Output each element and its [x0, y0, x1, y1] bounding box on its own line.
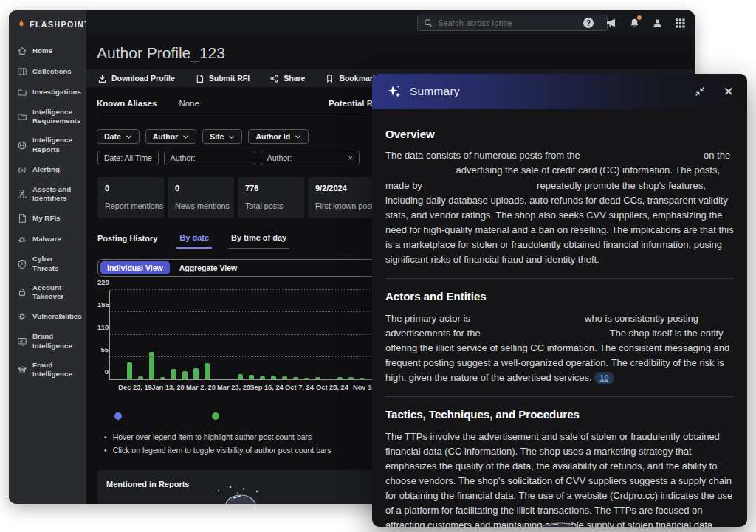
chart-bar[interactable]	[160, 377, 165, 379]
sidebar: FLASHPOINT HomeCollectionsInvestigations…	[9, 10, 86, 504]
download-profile-button[interactable]: Download Profile	[97, 74, 175, 83]
chart-bar[interactable]	[127, 362, 132, 379]
submit-rfi-button[interactable]: Submit RFI	[195, 74, 250, 83]
known-aliases-label: Known Aliases	[97, 99, 157, 108]
chart-bar[interactable]	[315, 377, 320, 379]
stat-card-total-posts[interactable]: 776Total posts	[238, 177, 304, 218]
stat-card-report-mentions[interactable]: 0Report mentions	[97, 177, 164, 218]
chart-bar[interactable]	[282, 376, 287, 379]
filter-dropdown-site[interactable]: Site	[202, 129, 242, 144]
posting-history-chart: 055110165220Dec 23, 19Jan 13, 20Mar 2, 2…	[98, 286, 380, 395]
sidebar-item-collections[interactable]: Collections	[17, 66, 80, 77]
tab-by-date[interactable]: By date	[176, 233, 212, 249]
doc-small-icon	[195, 74, 205, 83]
megaphone-icon[interactable]	[605, 17, 617, 29]
chip-remove-icon[interactable]: ×	[348, 153, 353, 162]
sidebar-item-account-takeover[interactable]: Account Takeover	[17, 283, 80, 301]
sidebar-item-label: Vulnerabilities	[32, 312, 82, 321]
help-icon-glyph: ?	[583, 18, 594, 28]
sidebar-item-fraud-intelligence[interactable]: Fraud Intelligence	[17, 361, 80, 379]
flashpoint-logo[interactable]: FLASHPOINT	[17, 19, 80, 30]
chart-bar[interactable]	[249, 375, 254, 379]
chart-bar[interactable]	[271, 376, 276, 380]
filter-dropdown-date[interactable]: Date	[97, 129, 140, 144]
sidebar-item-vulnerabilities[interactable]: Vulnerabilities	[17, 311, 80, 322]
chart-bar[interactable]	[205, 363, 210, 379]
citation-link[interactable]: 10	[594, 372, 614, 384]
chart-bar[interactable]	[360, 378, 365, 379]
summary-text: The primary actor is	[385, 313, 472, 324]
minimize-icon[interactable]	[694, 86, 706, 97]
chart-bar[interactable]	[326, 379, 331, 379]
chart-bar[interactable]	[260, 376, 265, 379]
y-axis-tick-label: 165	[97, 300, 109, 308]
chart-bar[interactable]	[337, 377, 343, 379]
chart-bar[interactable]	[182, 371, 188, 379]
topbar: ?	[86, 10, 695, 35]
individual-view-button[interactable]: Individual View	[100, 261, 170, 274]
chart-bar[interactable]	[304, 378, 309, 379]
bookmark-button[interactable]: Bookmark	[325, 74, 377, 83]
tab-by-time-of-day[interactable]: By time of day	[228, 233, 289, 249]
summary-panel-title: Summary	[410, 85, 460, 98]
stat-card-first-known-post[interactable]: 9/2/2024First known post	[308, 177, 374, 218]
filter-chip[interactable]: Author:	[164, 151, 255, 165]
bank-icon	[17, 365, 27, 375]
search-input[interactable]	[438, 18, 601, 27]
sidebar-item-intelligence-requirements[interactable]: Intelligence Requirements	[17, 108, 80, 125]
chart-plot-area: 055110165220Dec 23, 19Jan 13, 20Mar 2, 2…	[109, 290, 380, 380]
section-heading: Actors and Entities	[385, 288, 734, 305]
chart-bar[interactable]	[138, 376, 143, 379]
filter-chip[interactable]: Author:×	[261, 151, 360, 165]
chart-bar[interactable]	[348, 377, 354, 379]
user-icon[interactable]	[651, 17, 663, 29]
empty-state-illustration	[205, 485, 276, 504]
chart-bar[interactable]	[171, 369, 176, 379]
page-header: Author Profile_123	[86, 35, 695, 69]
y-axis-tick-label: 55	[97, 345, 109, 353]
home-icon	[17, 46, 27, 56]
stat-label: First known post	[315, 201, 367, 210]
redacted-text	[385, 165, 453, 173]
sidebar-item-alerting[interactable]: Alerting	[17, 165, 80, 175]
sidebar-item-my-rfis[interactable]: My RFIs	[17, 213, 80, 224]
dropdown-label: Date	[104, 132, 121, 141]
chart-bar[interactable]	[293, 377, 298, 379]
download-icon	[97, 74, 107, 83]
section-divider	[385, 278, 734, 279]
global-search[interactable]	[417, 15, 608, 31]
chart-bar[interactable]	[238, 374, 243, 379]
x-axis-tick-label: Mar 23, 20	[217, 384, 250, 391]
sidebar-item-brand-intelligence[interactable]: Brand Intelligence	[17, 332, 80, 350]
sidebar-item-label: My RFIs	[32, 214, 61, 223]
sidebar-item-label: Intelligence Reports	[32, 136, 80, 153]
sidebar-item-cyber-threats[interactable]: Cyber Threats	[17, 255, 80, 272]
stat-value: 0	[105, 184, 157, 193]
chevron-down-icon	[295, 134, 301, 140]
apps-grid-icon[interactable]	[674, 17, 686, 29]
sidebar-item-home[interactable]: Home	[17, 46, 80, 56]
sidebar-item-malware[interactable]: Malware	[17, 234, 80, 244]
sidebar-item-label: Brand Intelligence	[32, 332, 80, 350]
sidebar-item-intelligence-reports[interactable]: Intelligence Reports	[17, 136, 80, 153]
bell-icon[interactable]	[628, 17, 640, 29]
summary-section-tactics-techniques-and-procedures: Tactics, Techniques, and ProceduresThe T…	[385, 406, 734, 527]
ai-sparkles-icon	[385, 83, 402, 100]
help-icon[interactable]: ?	[583, 17, 594, 29]
filter-dropdown-author-id[interactable]: Author Id	[248, 129, 309, 144]
summary-section-actors-and-entities: Actors and EntitiesThe primary actor is …	[385, 288, 734, 385]
share-button[interactable]: Share	[269, 74, 305, 83]
filter-chip[interactable]: Date: All Time	[97, 151, 159, 165]
chart-bar[interactable]	[193, 368, 199, 379]
sidebar-item-assets-and-identifiers[interactable]: Assets and Identifiers	[17, 185, 80, 203]
screen: FLASHPOINT HomeCollectionsInvestigations…	[0, 0, 756, 532]
summary-text: The data consists of numerous posts from…	[385, 150, 583, 161]
legend-item-dot[interactable]	[212, 412, 219, 420]
filter-dropdown-author[interactable]: Author	[145, 129, 196, 144]
stat-card-news-mentions[interactable]: 0News mentions	[168, 177, 234, 218]
legend-item-dot[interactable]	[114, 412, 122, 420]
redacted-text	[472, 314, 582, 322]
aggregate-view-button[interactable]: Aggregate View	[173, 261, 244, 274]
close-icon[interactable]: ✕	[724, 86, 734, 98]
sidebar-item-investigations[interactable]: Investigations	[17, 87, 80, 97]
